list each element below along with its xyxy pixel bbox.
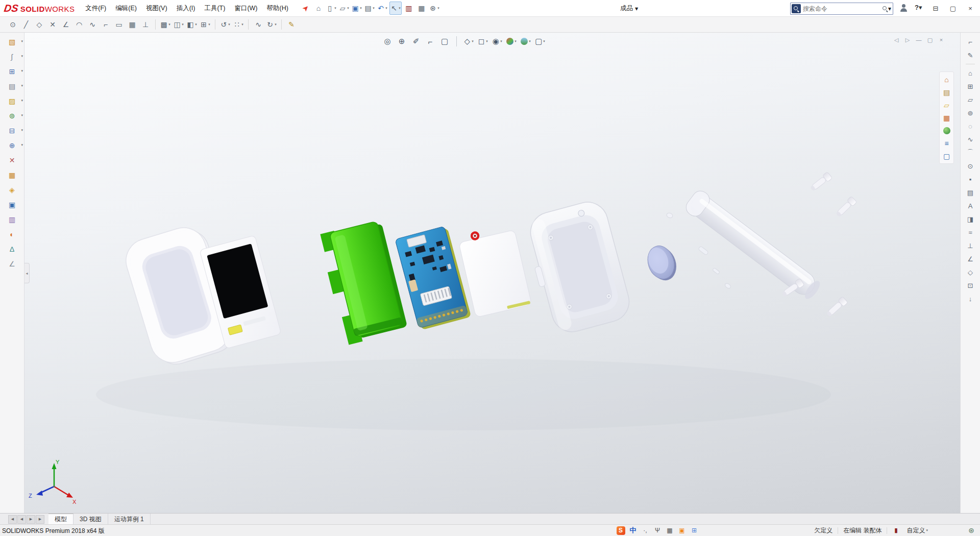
ime-keyboard-icon[interactable]: ▦ bbox=[665, 525, 675, 535]
part-case-back[interactable] bbox=[522, 198, 634, 337]
menu-tools[interactable]: 工具(T) bbox=[200, 0, 230, 16]
solid-dot-icon[interactable]: ▪ bbox=[961, 173, 980, 186]
part-screw[interactable] bbox=[835, 196, 857, 218]
annotation-text-icon[interactable]: A bbox=[961, 199, 980, 212]
spline-tool-icon[interactable]: ∿ bbox=[86, 18, 99, 31]
circle-tool-icon[interactable]: ⊙ bbox=[6, 18, 19, 31]
reference-circle-icon[interactable]: ◌ bbox=[961, 119, 980, 133]
part-screw[interactable] bbox=[809, 172, 832, 192]
hide-show-items-icon[interactable]: ◉▾ bbox=[492, 35, 503, 47]
features-icon-dropdown[interactable]: ▾ bbox=[21, 39, 23, 43]
view-palette-icon[interactable]: ▦ bbox=[940, 111, 953, 124]
diamond-icon[interactable]: ◇ bbox=[961, 265, 980, 279]
part-small-pin[interactable] bbox=[698, 246, 709, 255]
measure-icon[interactable]: ∆ bbox=[0, 241, 24, 256]
appearances-scenes-icon[interactable] bbox=[940, 124, 953, 137]
appearance-icon[interactable]: ▨▾ bbox=[0, 93, 24, 108]
apply-scene-icon[interactable]: ▾ bbox=[520, 35, 531, 47]
help-button[interactable]: ?▾ bbox=[915, 4, 922, 11]
arc-icon[interactable]: ⌒ bbox=[961, 146, 980, 159]
display-style-icon-dropdown[interactable]: ▾ bbox=[486, 39, 488, 43]
rotate-entities-icon[interactable]: ↺▾ bbox=[218, 18, 232, 31]
tab-3d-views[interactable]: 3D 视图 bbox=[74, 514, 108, 525]
menu-view[interactable]: 视图(V) bbox=[141, 0, 172, 16]
save-icon[interactable]: ▣▾ bbox=[351, 2, 362, 14]
style-spline-icon[interactable]: ∿ bbox=[252, 18, 265, 31]
mate-icon[interactable]: ⊕▾ bbox=[0, 138, 24, 153]
search-magnifier-icon[interactable]: ▾ bbox=[882, 5, 891, 12]
tab-model[interactable]: 模型 bbox=[48, 514, 74, 525]
center-rectangle-icon[interactable]: ▭ bbox=[112, 18, 126, 31]
sketch-relations-icon[interactable]: ∷▾ bbox=[232, 18, 245, 31]
pin-taskpane-icon[interactable]: ⌐ bbox=[961, 35, 980, 48]
window-restore-icon[interactable]: ▢ bbox=[947, 2, 959, 14]
part-small-pin[interactable] bbox=[666, 212, 673, 219]
menu-file[interactable]: 文件(F) bbox=[81, 0, 111, 16]
appearance-icon-dropdown[interactable]: ▾ bbox=[21, 99, 23, 103]
next-window-icon[interactable]: ▷ bbox=[904, 36, 911, 43]
tab-scroll-left-end-icon[interactable]: ◀ bbox=[8, 515, 17, 524]
status-customize[interactable]: 自定义▾ bbox=[903, 525, 931, 536]
mirror-entities-icon[interactable]: ◫▾ bbox=[172, 18, 185, 31]
motion-icon[interactable]: ⊚▾ bbox=[0, 108, 24, 123]
linear-sketch-pattern-icon-dropdown[interactable]: ▾ bbox=[208, 22, 210, 27]
line-tool-icon[interactable]: ╱ bbox=[19, 18, 33, 31]
custom-properties-icon[interactable]: ≡ bbox=[940, 137, 953, 150]
mirror-entities-icon-dropdown[interactable]: ▾ bbox=[182, 22, 184, 27]
part-battery-cover[interactable] bbox=[318, 219, 408, 346]
delete-icon[interactable]: ✕ bbox=[0, 153, 24, 167]
design-library-icon[interactable]: ▤ bbox=[940, 86, 953, 99]
view-settings-icon[interactable]: ▢▾ bbox=[534, 35, 546, 47]
corner-rectangle-icon[interactable]: ⌐ bbox=[99, 18, 112, 31]
ime-chinese-mode[interactable]: 中 bbox=[628, 525, 638, 535]
bom-table-icon[interactable]: ▤▾ bbox=[0, 79, 24, 93]
tab-motion-study-1[interactable]: 运动算例 1 bbox=[108, 514, 151, 525]
menu-help[interactable]: 帮助(H) bbox=[262, 0, 293, 16]
forum-icon[interactable]: ▢ bbox=[940, 150, 953, 162]
trim-entities-icon[interactable]: ✕ bbox=[46, 18, 59, 31]
select-icon[interactable]: ↖▾ bbox=[389, 2, 402, 15]
redo-icon[interactable]: ↻▾ bbox=[265, 18, 278, 31]
section-tool-icon[interactable]: ⊟▾ bbox=[0, 123, 24, 138]
dynamic-annotation-icon[interactable]: ▢ bbox=[439, 35, 450, 47]
apply-scene-icon-dropdown[interactable]: ▾ bbox=[529, 39, 531, 43]
tab-scroll-right-end-icon[interactable]: ▶ bbox=[36, 515, 44, 524]
offset-entities-icon[interactable]: ◧▾ bbox=[185, 18, 199, 31]
view-orientation-icon-dropdown[interactable]: ▾ bbox=[472, 39, 474, 43]
part-speaker-plate[interactable] bbox=[457, 224, 532, 318]
file-explorer-icon[interactable]: ▱ bbox=[940, 99, 953, 111]
part-pcb[interactable] bbox=[395, 226, 471, 331]
close-document-icon[interactable]: × bbox=[938, 36, 945, 43]
sketch-icon[interactable]: ✎ bbox=[285, 18, 298, 31]
curve-icon[interactable]: ∿ bbox=[961, 133, 980, 146]
section-view-icon[interactable]: ⌐ bbox=[425, 35, 436, 47]
print-icon-dropdown[interactable]: ▾ bbox=[373, 6, 375, 10]
pattern-icon-dropdown[interactable]: ▾ bbox=[21, 69, 23, 73]
print-icon[interactable]: ▤▾ bbox=[364, 2, 375, 14]
ime-grid-icon[interactable]: ⊞ bbox=[689, 525, 699, 535]
edit-appearance-icon-dropdown[interactable]: ▾ bbox=[514, 39, 517, 43]
sketch-grid-icon[interactable]: ▦ bbox=[126, 18, 139, 31]
tab-scroll-right-icon[interactable]: ▶ bbox=[27, 515, 35, 524]
block-icon[interactable]: ▣ bbox=[0, 197, 24, 212]
redo-icon-dropdown[interactable]: ▾ bbox=[275, 22, 277, 27]
down-arrow-icon[interactable]: ↓ bbox=[961, 292, 980, 305]
tile-windows-icon[interactable]: ⊞ bbox=[961, 80, 980, 93]
sogou-input-icon[interactable]: S bbox=[616, 525, 626, 535]
point-icon[interactable]: ⊙ bbox=[961, 159, 980, 173]
pattern-icon[interactable]: ⊞▾ bbox=[0, 64, 24, 79]
convert-entities-icon[interactable]: ▩▾ bbox=[159, 18, 172, 31]
window-minimize-icon[interactable]: ⊟ bbox=[930, 2, 941, 14]
linear-sketch-pattern-icon[interactable]: ⊞▾ bbox=[199, 18, 212, 31]
library-icon[interactable]: ▥ bbox=[0, 212, 24, 227]
options-icon[interactable]: ⊛▾ bbox=[429, 2, 440, 14]
pane-right-icon[interactable]: ◨ bbox=[961, 212, 980, 226]
normal-to-icon[interactable]: ⊥ bbox=[961, 239, 980, 252]
motion-icon-dropdown[interactable]: ▾ bbox=[21, 113, 23, 117]
dimension-icon[interactable]: ∠ bbox=[0, 256, 24, 271]
smart-dimension-icon[interactable]: ∠ bbox=[59, 18, 72, 31]
file-explorer-icon[interactable]: ▱ bbox=[961, 93, 980, 106]
window-close-icon[interactable]: × bbox=[965, 2, 976, 14]
display-style-icon[interactable]: ◻▾ bbox=[477, 35, 488, 47]
minimize-document-icon[interactable]: — bbox=[915, 36, 922, 43]
